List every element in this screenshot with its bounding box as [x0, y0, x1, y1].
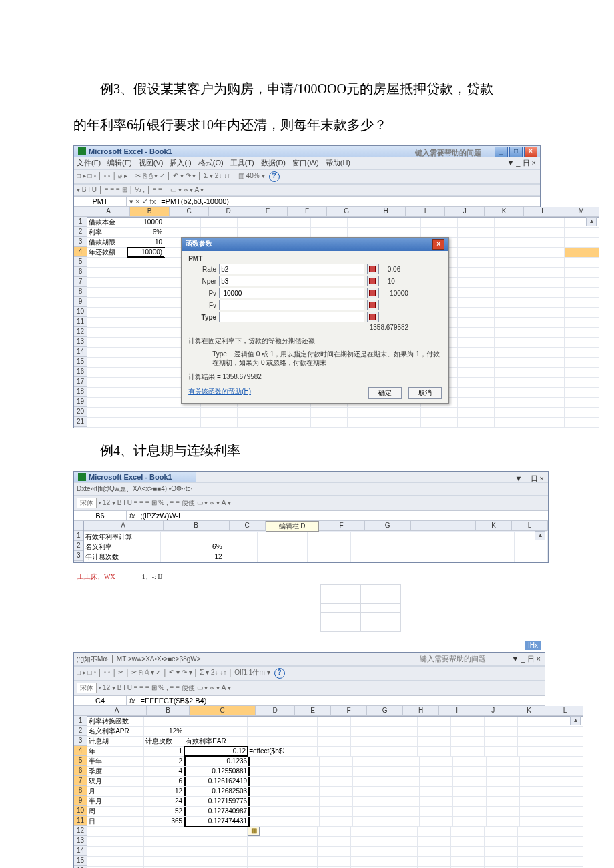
cell[interactable]	[250, 817, 286, 826]
cell[interactable]: 12	[144, 787, 184, 796]
cell[interactable]	[250, 807, 286, 816]
format-toolbar[interactable]: 宋体 • 12 ▾ B I U ≡ ≡ ≡ ⊞ % , ≡ ≡ 便便 ▭ ▾ ⟡…	[74, 681, 545, 695]
cell[interactable]: 0.12	[184, 747, 248, 756]
cell-c3[interactable]: 有效利率EAR	[184, 737, 248, 746]
name-box[interactable]: PMT	[74, 197, 127, 206]
minimize-button[interactable]: _	[495, 147, 508, 157]
cell-b4-active[interactable]: 10000)	[127, 248, 164, 257]
cell[interactable]	[250, 767, 286, 776]
cell-a1[interactable]: 有效年利率计算	[84, 532, 161, 542]
cell[interactable]: 月	[87, 787, 144, 796]
cancel-button[interactable]: 取消	[408, 387, 442, 399]
standard-toolbar[interactable]: □ ▸ □ ▫ │ ▫ ▫ │ ✂ │ ✂ ⎘ ⎙ ▾ ✓ │ ↶ ▾ ↷ ▾ …	[74, 666, 545, 681]
cell-a3[interactable]: 计息期	[87, 737, 144, 746]
formula-bar[interactable]: =EFFECT($B$2,B4)	[138, 696, 545, 705]
cell[interactable]: 0.12550881	[184, 767, 250, 776]
maximize-button[interactable]: □	[509, 147, 523, 157]
cell[interactable]	[250, 757, 286, 766]
arg-pv-input[interactable]	[219, 288, 364, 298]
cell[interactable]: 0.127474431	[184, 817, 250, 827]
cell[interactable]: 日	[87, 817, 144, 826]
fx-icon[interactable]: fx	[127, 512, 138, 520]
font-name-box[interactable]: 宋体	[77, 498, 97, 508]
cell-a4[interactable]: 年还款额	[87, 248, 127, 257]
cell[interactable]: 半年	[87, 757, 144, 766]
cell[interactable]: 0.127159776	[184, 797, 250, 806]
cell[interactable]: 6	[144, 777, 184, 786]
cell-a1[interactable]: 利率转换函数	[87, 717, 144, 726]
cell[interactable]: 0.126162419	[184, 777, 250, 786]
column-headers[interactable]: ABCDE FGHIJ KLM	[87, 207, 599, 218]
cell-b3[interactable]: 12	[161, 552, 224, 562]
ok-button[interactable]: 确定	[368, 387, 402, 399]
cell-a2[interactable]: 利率	[87, 228, 127, 237]
format-toolbar[interactable]: ▾ B I U │ ≡ ≡ ≡ ⊞ │ % , │ ≡ ≡ │ ▭ ▾ ⟡ ▾ …	[74, 184, 540, 196]
arg-rate-input[interactable]	[219, 264, 364, 274]
cell[interactable]: 1	[144, 747, 184, 756]
row-headers[interactable]: 12345678910 1112131415161718192021	[74, 207, 87, 428]
cell[interactable]: 4	[144, 767, 184, 776]
cell-a2[interactable]: 名义利率	[84, 542, 161, 552]
name-box[interactable]: C4	[74, 696, 127, 705]
cell-a3[interactable]: 年计息次数	[84, 552, 161, 562]
cell[interactable]: 2	[144, 757, 184, 766]
ref-icon[interactable]	[367, 312, 379, 322]
cell[interactable]: 365	[144, 817, 184, 826]
cell[interactable]	[250, 797, 286, 806]
cell-b2[interactable]: 6%	[161, 542, 224, 552]
scroll-up-icon[interactable]: ▴	[570, 716, 581, 725]
cell[interactable]: 周	[87, 807, 144, 816]
dialog-close-icon[interactable]: ×	[432, 239, 444, 250]
scroll-up-icon[interactable]: ▴	[535, 531, 545, 540]
cell[interactable]: 0.1236	[184, 757, 250, 766]
cell-b2[interactable]: 12%	[144, 727, 184, 736]
cell[interactable]: 0.127340987	[184, 807, 250, 816]
cell[interactable]: 52	[144, 807, 184, 816]
name-box[interactable]: B6	[74, 511, 127, 520]
menu-bar[interactable]: 文件(F)编辑(E)视图(V) 插入(I)格式(O)工具(T) 数据(D)窗口(…	[74, 157, 540, 169]
formula-buttons[interactable]: ▾ × ✓ fx	[127, 197, 158, 206]
dialog-help-link[interactable]: 有关该函数的帮助(H)	[188, 387, 251, 399]
ref-icon[interactable]	[367, 276, 379, 286]
fx-icon[interactable]: fx	[127, 697, 138, 705]
cell[interactable]	[250, 777, 286, 786]
cell[interactable]	[250, 787, 286, 796]
format-toolbar[interactable]: 宋体 • 12 ▾ B I U ≡ ≡ ≡ ⊞ % , ≡ ≡ 便便 ▭ ▾ ⟡…	[74, 496, 548, 510]
ref-icon[interactable]	[367, 300, 379, 310]
cell[interactable]: 24	[144, 797, 184, 806]
cell[interactable]: 双月	[87, 777, 144, 786]
close-button[interactable]: ×	[524, 147, 537, 157]
column-headers[interactable]: ABCDE FGHIJ KL	[87, 706, 583, 717]
cell[interactable]: 年	[87, 747, 144, 756]
arg-nper-input[interactable]	[219, 276, 364, 286]
autofill-options-icon[interactable]: ▦	[248, 827, 260, 836]
doc-window-controls[interactable]: ▼ _ 日 ×	[511, 654, 541, 664]
cell-a1[interactable]: 借款本金	[87, 218, 127, 227]
standard-toolbar[interactable]: □ ▸ □ ▫ │ ▫ ▫ │ ⌀ ▸ │ ✂ ⎘ ⎙ ▾ ✓ │ ↶ ▾ ↷ …	[74, 169, 540, 184]
help-icon[interactable]: ?	[274, 668, 285, 679]
cell-b1[interactable]: 10000	[127, 218, 164, 227]
scroll-up-icon[interactable]: ▴	[586, 217, 597, 226]
cell[interactable]: 0.12682503	[184, 787, 250, 796]
cell[interactable]: =effect($b$2,B4)	[248, 747, 284, 756]
column-headers[interactable]: ABC编辑栏 D FGKL	[84, 521, 548, 532]
cell-b3[interactable]: 10	[127, 238, 164, 247]
cell-b3[interactable]: 计息次数	[144, 737, 184, 746]
arg-fv-input[interactable]	[219, 300, 364, 310]
cell[interactable]: 季度	[87, 767, 144, 776]
font-name-box[interactable]: 宋体	[77, 683, 97, 693]
doc-window-controls[interactable]: ▼ _ 日 ×	[507, 158, 536, 168]
cell-a3[interactable]: 借款期限	[87, 238, 127, 247]
cell[interactable]: 半月	[87, 797, 144, 806]
cell-b2[interactable]: 6%	[127, 228, 164, 237]
ref-icon[interactable]	[367, 288, 379, 298]
cell-a2[interactable]: 名义利率APR	[87, 727, 144, 736]
doc-window-controls[interactable]: ▼ _ 日 ×	[515, 474, 544, 484]
row-headers[interactable]: 123	[74, 521, 84, 562]
help-prompt[interactable]: 键入需要帮助的问题	[414, 654, 491, 664]
formula-bar[interactable]: =PMT(b2,b3,-10000)	[158, 197, 540, 206]
ref-icon[interactable]	[367, 264, 379, 274]
help-icon[interactable]: ?	[269, 171, 280, 182]
row-headers[interactable]: 123 4567891011 121314151617	[74, 706, 87, 868]
formula-bar[interactable]: ;(lPZzW)W-l	[138, 511, 548, 520]
